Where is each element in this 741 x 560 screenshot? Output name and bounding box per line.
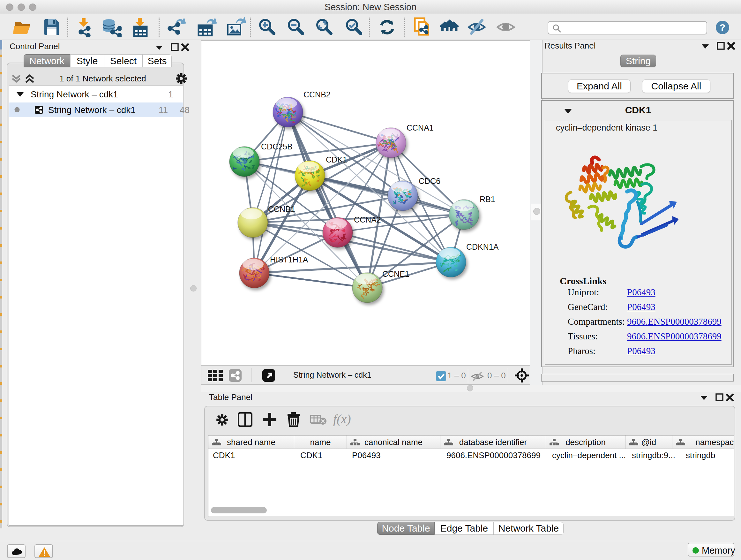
svg-text:CCNE1: CCNE1 [382,269,409,278]
svg-text:CCNA1: CCNA1 [407,123,434,132]
svg-text:RB1: RB1 [480,195,495,204]
svg-text:CDC6: CDC6 [419,177,441,186]
svg-text:CDC25B: CDC25B [261,142,293,151]
svg-text:CCNB2: CCNB2 [304,90,331,99]
svg-text:CCNB1: CCNB1 [268,205,295,213]
svg-text:?: ? [720,22,725,33]
svg-text:CCNA2: CCNA2 [354,215,381,224]
svg-text:CDK1: CDK1 [326,155,347,164]
svg-text:HIST1H1A: HIST1H1A [270,255,308,264]
svg-text:CDKN1A: CDKN1A [466,242,499,251]
